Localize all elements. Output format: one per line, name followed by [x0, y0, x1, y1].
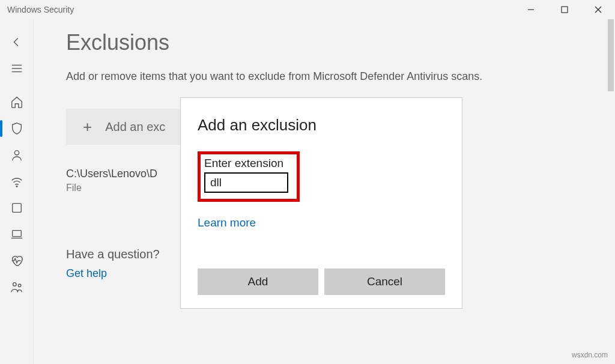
minimize-icon — [527, 5, 535, 14]
svg-rect-1 — [562, 7, 568, 13]
cancel-button[interactable]: Cancel — [324, 268, 445, 295]
svg-point-12 — [13, 283, 16, 287]
vertical-scrollbar[interactable] — [607, 19, 615, 364]
titlebar: Windows Security — [0, 0, 615, 19]
watermark: wsxdn.com — [572, 351, 608, 359]
back-button[interactable] — [5, 30, 29, 54]
get-help-link[interactable]: Get help — [66, 267, 107, 279]
extension-input[interactable] — [204, 172, 288, 193]
highlight-annotation: Enter extension — [198, 151, 300, 202]
maximize-icon — [560, 5, 569, 14]
sidebar-item-home[interactable] — [5, 90, 29, 114]
plus-icon: + — [83, 118, 92, 136]
person-icon — [10, 148, 23, 162]
extension-label: Enter extension — [204, 157, 293, 170]
sidebar-item-health[interactable] — [5, 249, 29, 273]
close-icon — [594, 5, 602, 14]
laptop-icon — [10, 228, 23, 241]
sidebar-item-account[interactable] — [5, 143, 29, 167]
add-exclusion-label: Add an exc — [105, 120, 165, 134]
sidebar-item-family[interactable] — [5, 275, 29, 299]
page-description: Add or remove items that you want to exc… — [66, 68, 523, 85]
svg-point-13 — [18, 284, 21, 287]
svg-rect-9 — [12, 204, 21, 213]
close-button[interactable] — [581, 0, 615, 19]
menu-button[interactable] — [5, 56, 29, 80]
add-button[interactable]: Add — [198, 268, 318, 295]
learn-more-link[interactable]: Learn more — [198, 216, 256, 229]
app-icon — [10, 201, 23, 214]
app-title: Windows Security — [7, 5, 74, 14]
add-exclusion-dialog: Add an exclusion Enter extension Learn m… — [180, 97, 462, 309]
sidebar — [0, 19, 34, 364]
sidebar-item-security[interactable] — [5, 117, 29, 141]
home-icon — [10, 96, 23, 109]
dialog-buttons: Add Cancel — [198, 268, 445, 295]
window: Windows Security — [0, 0, 615, 364]
sidebar-item-app-browser[interactable] — [5, 196, 29, 220]
sidebar-item-device[interactable] — [5, 222, 29, 246]
maximize-button[interactable] — [548, 0, 581, 19]
minimize-button[interactable] — [514, 0, 548, 19]
heart-icon — [10, 254, 23, 267]
page-title: Exclusions — [66, 30, 591, 55]
svg-point-7 — [14, 151, 19, 155]
hamburger-icon — [10, 62, 23, 75]
back-arrow-icon — [10, 35, 23, 49]
window-controls — [514, 0, 615, 19]
shield-icon — [10, 122, 23, 135]
family-icon — [10, 281, 23, 294]
svg-point-8 — [16, 186, 17, 187]
sidebar-item-network[interactable] — [5, 169, 29, 193]
scrollbar-thumb[interactable] — [608, 19, 614, 91]
wifi-icon — [10, 175, 23, 188]
dialog-title: Add an exclusion — [198, 116, 445, 135]
svg-rect-10 — [12, 231, 21, 237]
